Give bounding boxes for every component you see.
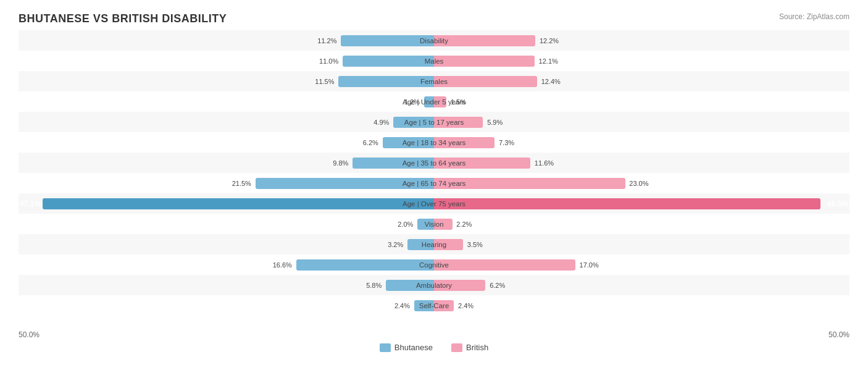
bar-left [43,198,434,209]
chart-row: Age | Over 75 years47.1%46.5% [19,193,849,214]
chart-row: Males11.0%12.1% [19,51,849,71]
chart-row: Disability11.2%12.2% [19,30,849,51]
legend-bhutanese: Bhutanese [380,343,433,352]
legend-bhutanese-box [380,343,391,352]
val-right: 2.4% [458,302,474,309]
bar-right [434,259,575,271]
bar-right [434,35,535,46]
chart-row: Age | 18 to 34 years6.2%7.3% [19,132,849,153]
row-label: Age | 35 to 64 years [403,159,466,167]
val-left: 3.2% [388,241,403,248]
val-right: 17.0% [580,261,599,269]
chart-row: Age | Under 5 years1.2%1.5% [19,91,849,112]
val-left: 16.6% [273,261,292,269]
chart-row: Age | 65 to 74 years21.5%23.0% [19,173,849,193]
val-left: 5.8% [366,282,382,289]
axis-row: 50.0% 50.0% [19,330,849,339]
chart-row: Females11.5%12.4% [19,71,849,91]
val-right: 6.2% [490,282,505,289]
val-left: 9.8% [333,159,348,167]
chart-row: Vision2.0%2.2% [19,214,849,234]
val-right: 12.2% [540,37,559,44]
val-right: 1.5% [451,98,466,106]
val-left: 6.2% [363,139,378,146]
val-right: 3.5% [467,241,483,248]
chart-row: Self-Care2.4%2.4% [19,295,849,316]
val-right: 46.5% [827,200,848,208]
row-label: Disability [420,37,448,44]
row-label: Age | Over 75 years [403,200,465,208]
val-left: 11.5% [315,78,334,85]
val-right: 23.0% [629,180,648,187]
val-left: 2.0% [398,220,413,228]
val-right: 11.6% [535,159,554,167]
val-left: 11.0% [319,57,338,65]
val-left: 11.2% [317,37,336,44]
axis-right: 50.0% [828,330,849,339]
chart-row: Ambulatory5.8%6.2% [19,275,849,295]
chart-area: Disability11.2%12.2%Males11.0%12.1%Femal… [19,30,849,328]
val-right: 2.2% [456,220,472,228]
row-label: Age | 65 to 74 years [403,180,466,187]
chart-row: Hearing3.2%3.5% [19,234,849,254]
row-label: Females [420,78,448,85]
legend-british-label: British [466,343,488,352]
row-label: Ambulatory [416,282,452,289]
bar-left [296,259,434,271]
bar-right [434,76,537,87]
val-left: 47.1% [20,200,41,208]
chart-row: Cognitive16.6%17.0% [19,254,849,275]
row-label: Vision [424,220,443,228]
val-left: 4.9% [373,119,389,126]
bar-left [338,76,434,87]
val-right: 5.9% [487,119,503,126]
row-label: Self-Care [419,302,449,309]
bar-right [434,198,820,209]
bar-left [343,56,434,67]
source-label: Source: ZipAtlas.com [779,12,849,21]
val-right: 12.1% [539,57,558,65]
val-right: 12.4% [541,78,561,85]
row-label: Age | 5 to 17 years [404,119,464,126]
chart-row: Age | 5 to 17 years4.9%5.9% [19,112,849,132]
row-label: Age | 18 to 34 years [403,139,466,146]
chart-row: Age | 35 to 64 years9.8%11.6% [19,153,849,173]
legend-bhutanese-label: Bhutanese [394,343,433,352]
legend-british-box [451,343,462,352]
axis-left: 50.0% [19,330,40,339]
val-left: 1.2% [404,98,420,106]
legend: Bhutanese British [19,343,849,352]
legend-british: British [451,343,488,352]
chart-container: BHUTANESE VS BRITISH DISABILITY Source: … [0,0,868,378]
row-label: Males [425,57,444,65]
row-label: Cognitive [419,261,449,269]
bar-right [434,56,535,67]
val-right: 7.3% [499,139,514,146]
val-left: 21.5% [232,180,251,187]
chart-title: BHUTANESE VS BRITISH DISABILITY [19,12,849,25]
row-label: Hearing [422,241,446,248]
val-left: 2.4% [394,302,410,309]
